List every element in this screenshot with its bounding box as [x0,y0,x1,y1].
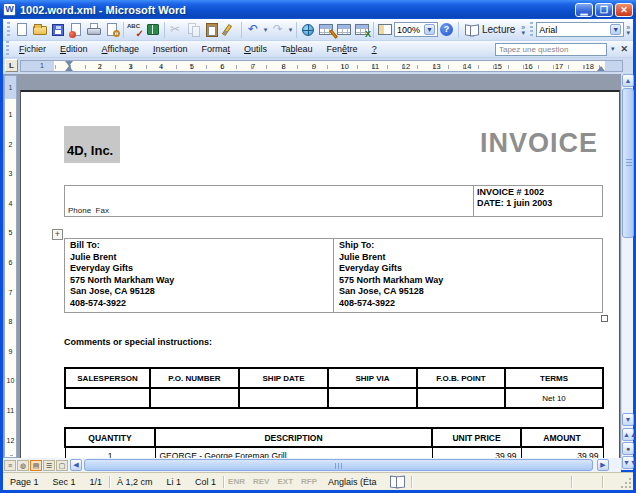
previous-page-icon[interactable]: ▲▲ [622,428,634,441]
open-icon[interactable] [31,21,49,39]
permission-icon[interactable] [67,21,85,39]
status-flag-rfp[interactable]: RFP [297,477,321,486]
horizontal-ruler[interactable]: 1 123456789101112131415161718 [20,60,623,72]
order-info-table[interactable]: SALESPERSON P.O. NUMBER SHIP DATE SHIP V… [64,367,604,409]
menu-affichage[interactable]: Affichage [95,41,146,57]
maximize-button[interactable]: ❐ [595,3,613,17]
undo-dropdown-arrow[interactable]: ▾ [262,26,269,34]
select-browse-object-icon[interactable]: ● [622,442,634,455]
standard-toolbar: ABC✓ ✂ ↶▾ ↷▾ X 100%▼ ? Lecture »▾ Arial▼… [3,19,633,41]
scroll-left-icon[interactable]: ◀ [70,459,82,471]
next-page-icon[interactable]: ▼▼ [622,456,634,469]
zoom-combobox[interactable]: 100%▼ [394,22,438,37]
insert-table-icon[interactable] [335,21,353,39]
close-button[interactable]: ✕ [615,3,633,17]
redo-dropdown-arrow[interactable]: ▾ [287,26,294,34]
menubar-drag-handle[interactable] [5,41,10,57]
toolbar-drag-handle[interactable] [6,22,11,38]
zoom-dropdown-arrow[interactable]: ▼ [424,24,435,35]
vertical-scrollbar[interactable]: ▲ ▼ ▲▲ ● ▼▼ [621,74,633,470]
toolbar-options-chevron[interactable]: »▾ [519,25,527,35]
redo-icon[interactable]: ↷ [269,21,287,39]
book-icon [465,25,479,35]
research-icon[interactable] [144,21,162,39]
word-app-icon: W [3,3,16,16]
font-dropdown-arrow[interactable]: ▼ [610,24,621,35]
phone-fax-cell[interactable]: Phone Fax [65,186,474,217]
table-resize-handle[interactable] [601,315,608,322]
bill-to-heading: Bill To: [70,240,328,252]
new-document-icon[interactable] [13,21,31,39]
format-painter-icon[interactable] [221,21,239,39]
vertical-ruler[interactable]: 1 123456789101112 [4,75,17,458]
order-info-row: Net 10 [65,388,603,408]
horizontal-scroll-thumb[interactable] [84,459,593,471]
spelling-grammar-icon[interactable]: ABC✓ [126,21,144,39]
status-column: Col 1 [188,477,223,487]
print-icon[interactable] [85,21,103,39]
insert-hyperlink-icon[interactable] [299,21,317,39]
addresses-table[interactable]: Bill To: Julie Brent Everyday Gifts 575 … [64,238,603,313]
menu-fenetre[interactable]: Fenêtre [320,41,365,57]
item-unit-price[interactable]: 39,99 [432,447,521,458]
menu-format[interactable]: Format [194,41,237,57]
web-layout-view-button[interactable]: ◍ [17,460,29,471]
spelling-status-icon[interactable] [390,476,405,487]
reading-layout-view-button[interactable]: ▢ [56,460,68,471]
normal-view-button[interactable]: ≡ [4,460,16,471]
ask-question-input[interactable]: Tapez une question [495,43,607,56]
document-map-icon[interactable] [376,21,394,39]
table-move-handle[interactable]: + [52,229,63,240]
right-indent-marker[interactable] [597,66,605,71]
status-flag-enr[interactable]: ENR [224,477,249,486]
ship-to-cell[interactable]: Ship To: Julie Brent Everyday Gifts 575 … [334,239,603,313]
invoice-meta-cell[interactable]: INVOICE # 1002 DATE: 1 juin 2003 [474,186,603,217]
vertical-scroll-thumb[interactable] [622,88,634,238]
menu-tableau[interactable]: Tableau [274,41,320,57]
copy-icon[interactable] [185,21,203,39]
status-flag-ext[interactable]: EXT [273,477,297,486]
line-item-row: 1 GEORGE - George Foreman Grill 39,99 39… [65,447,603,458]
formatting-options-chevron[interactable]: »▾ [624,25,632,35]
item-description[interactable]: GEORGE - George Foreman Grill [155,447,432,458]
line-items-table[interactable]: QUANTITY DESCRIPTION UNIT PRICE AMOUNT 1… [64,427,604,458]
item-quantity[interactable]: 1 [65,447,155,458]
scroll-down-icon[interactable]: ▼ [622,413,634,426]
scroll-up-icon[interactable]: ▲ [622,74,634,87]
insert-excel-icon[interactable]: X [353,21,371,39]
read-mode-button[interactable]: Lecture [461,21,519,39]
menu-fichier[interactable]: Fichier [12,41,53,57]
menu-edition[interactable]: Edition [53,41,95,57]
paste-icon[interactable] [203,21,221,39]
document-page[interactable]: 4D, Inc. INVOICE Phone Fax INVOICE # 100… [20,90,620,458]
horizontal-scroll-track[interactable] [83,459,594,471]
menu-outils[interactable]: Outils [237,41,274,57]
menubar-close-icon[interactable]: ✕ [618,44,633,54]
minimize-button[interactable]: ▁ [575,3,593,17]
print-preview-icon[interactable] [103,21,121,39]
cut-icon[interactable]: ✂ [167,21,185,39]
help-icon[interactable]: ? [438,21,456,39]
save-icon[interactable] [49,21,67,39]
menu-insertion[interactable]: Insertion [146,41,195,57]
invoice-title[interactable]: INVOICE [480,128,598,159]
status-language[interactable]: Anglais (Éta [321,477,384,487]
print-layout-view-button[interactable]: ▤ [30,460,42,471]
font-combobox[interactable]: Arial▼ [536,22,624,37]
formatting-toolbar-drag-handle[interactable] [529,22,534,38]
menu-help[interactable]: ? [365,41,384,57]
outline-view-button[interactable]: ☰ [43,460,55,471]
hanging-indent-marker[interactable] [65,66,73,71]
undo-icon[interactable]: ↶ [244,21,262,39]
status-flag-rev[interactable]: REV [249,477,273,486]
scroll-right-icon[interactable]: ▶ [597,459,609,471]
company-name[interactable]: 4D, Inc. [64,126,120,163]
terms-cell[interactable]: Net 10 [505,388,603,408]
window-resize-grip[interactable] [620,477,632,489]
invoice-header-table[interactable]: Phone Fax INVOICE # 1002 DATE: 1 juin 20… [64,185,603,217]
ask-question-dropdown-arrow[interactable]: ▾ [607,45,619,53]
tab-selector-button[interactable]: L [5,59,18,72]
tables-borders-icon[interactable] [317,21,335,39]
bill-to-cell[interactable]: Bill To: Julie Brent Everyday Gifts 575 … [65,239,334,313]
item-amount[interactable]: 39,99 [521,447,603,458]
